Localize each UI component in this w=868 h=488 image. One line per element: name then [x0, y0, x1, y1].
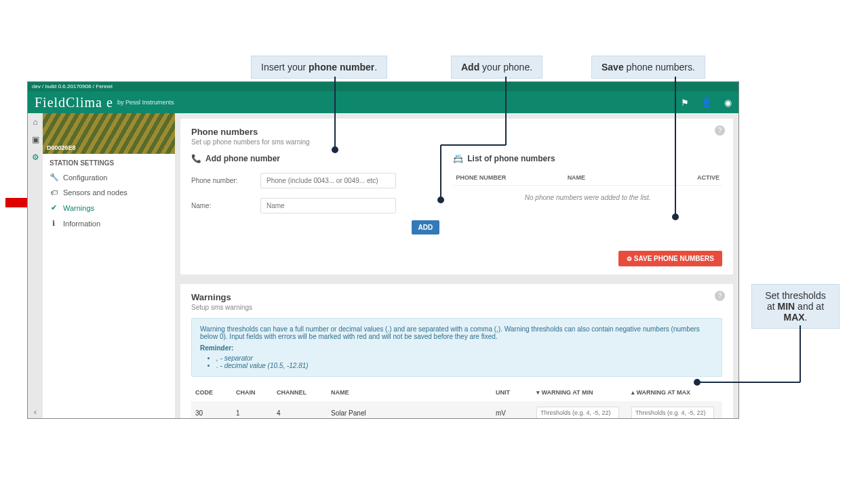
logo-subtitle: by Pessl Instruments	[117, 99, 174, 106]
panel-subtitle: Set up phone numbers for sms warning	[191, 138, 722, 146]
add-button[interactable]: ADD	[412, 220, 440, 235]
name-input[interactable]	[260, 198, 396, 214]
home-icon[interactable]: ⌂	[31, 117, 40, 127]
info-icon: ℹ	[50, 219, 58, 228]
info-box: Warning thresholds can have a full numbe…	[191, 318, 722, 377]
table-row: 3014Solar PanelmV	[191, 401, 722, 418]
th-warn-min[interactable]: ▾ WARNING AT MIN	[532, 384, 627, 401]
topbar: FieldClima e by Pessl Instruments ⚑ 👤 ◉	[28, 92, 738, 113]
th-channel[interactable]: CHANNEL	[273, 384, 327, 401]
empty-list-message: No phone numbers were added to the list.	[453, 186, 722, 209]
cell-name: Solar Panel	[327, 401, 492, 418]
broadcast-icon[interactable]: ◉	[724, 98, 732, 108]
phone-icon: 📞	[191, 154, 201, 163]
sidebar-item-sensors[interactable]: 🏷 Sensors and nodes	[43, 185, 175, 200]
warnings-table: CODE CHAIN CHANNEL NAME UNIT ▾ WARNING A…	[191, 384, 722, 418]
col-active: ACTIVE	[679, 174, 719, 181]
sidebar-item-configuration[interactable]: 🔧 Configuration	[43, 169, 175, 185]
col-name: NAME	[568, 174, 679, 181]
user-icon[interactable]: 👤	[701, 98, 712, 108]
list-phone-header: 📇 List of phone numbers	[453, 154, 722, 163]
station-image[interactable]: D00026E8	[43, 113, 175, 154]
shield-check-icon: ✔	[50, 203, 58, 212]
sidebar-item-information[interactable]: ℹ Information	[43, 216, 175, 231]
name-label: Name:	[191, 202, 252, 209]
callout-thresholds: Set thresholds at MIN and at MAX.	[751, 284, 840, 329]
wrench-icon: 🔧	[50, 173, 58, 182]
collapse-sidebar-icon[interactable]: ‹	[28, 406, 43, 418]
callout-add-phone: Add your phone.	[451, 56, 542, 79]
sidebar: D00026E8 STATION SETTINGS 🔧 Configuratio…	[43, 113, 175, 231]
th-unit[interactable]: UNIT	[492, 384, 532, 401]
warning-max-input[interactable]	[631, 407, 714, 418]
sidebar-item-label: Warnings	[63, 204, 94, 212]
cell-channel: 4	[273, 401, 327, 418]
callout-save-phones: Save phone numbers.	[591, 56, 705, 79]
icon-rail: ⌂ ▣ ⚙	[28, 113, 43, 418]
add-phone-header: 📞 Add phone number	[191, 154, 439, 163]
phone-number-input[interactable]	[260, 173, 396, 188]
sidebar-item-label: Configuration	[63, 174, 107, 182]
th-chain[interactable]: CHAIN	[232, 384, 273, 401]
sidebar-item-label: Information	[63, 220, 100, 228]
contacts-icon: 📇	[453, 154, 463, 163]
station-id: D00026E8	[47, 144, 76, 151]
warnings-panel: ? Warnings Setup sms warnings Warning th…	[180, 284, 733, 418]
help-icon[interactable]: ?	[715, 125, 725, 136]
save-phone-numbers-button[interactable]: SAVE PHONE NUMBERS	[618, 251, 722, 266]
phone-number-label: Phone number:	[191, 177, 252, 184]
th-name[interactable]: NAME	[327, 384, 492, 401]
tag-icon: 🏷	[50, 188, 58, 197]
help-icon[interactable]: ?	[715, 291, 725, 301]
sidebar-item-label: Sensors and nodes	[63, 188, 127, 197]
panel-subtitle: Setup sms warnings	[191, 304, 722, 311]
sidebar-item-warnings[interactable]: ✔ Warnings	[43, 200, 175, 216]
cell-code: 30	[191, 401, 232, 418]
content-area: ? Phone numbers Set up phone numbers for…	[175, 113, 738, 418]
panel-title: Warnings	[191, 292, 722, 302]
warning-min-input[interactable]	[536, 407, 619, 418]
sidebar-section-header: STATION SETTINGS	[43, 154, 175, 169]
th-warn-max[interactable]: ▴ WARNING AT MAX	[627, 384, 722, 401]
chart-icon[interactable]: ▣	[31, 135, 40, 144]
panel-title: Phone numbers	[191, 127, 722, 137]
th-code[interactable]: CODE	[191, 384, 232, 401]
flag-icon[interactable]: ⚑	[681, 98, 689, 108]
cell-unit: mV	[492, 401, 532, 418]
settings-icon[interactable]: ⚙	[31, 152, 40, 162]
breadcrumb: dev / build 0.6.20170906 / Fennel	[28, 82, 738, 92]
cell-chain: 1	[232, 401, 273, 418]
phone-numbers-panel: ? Phone numbers Set up phone numbers for…	[180, 119, 733, 274]
callout-insert-phone: Insert your phone number.	[251, 56, 387, 79]
col-phone: PHONE NUMBER	[456, 174, 567, 181]
logo: FieldClima e	[35, 95, 113, 110]
app-window: dev / build 0.6.20170906 / Fennel FieldC…	[27, 81, 739, 419]
